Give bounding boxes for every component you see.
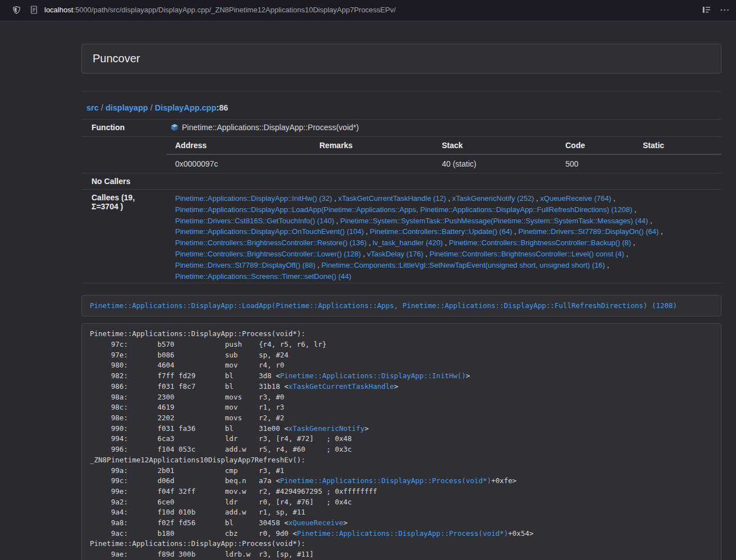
callee-link[interactable]: lv_task_handler (420) (373, 238, 443, 247)
browser-toolbar: localhost:5000/path/src/displayapp/Displ… (0, 0, 736, 20)
function-name: Pinetime::Applications::DisplayApp::Proc… (182, 123, 359, 132)
breadcrumb-line-number: :86 (216, 103, 228, 112)
callee-link[interactable]: Pinetime::Controllers::BrightnessControl… (449, 238, 631, 247)
function-cell: Pinetime::Applications::DisplayApp::Proc… (166, 120, 721, 137)
static-value (634, 154, 721, 173)
symbol-table: Function Pinetime::Applications::Display… (81, 119, 721, 283)
callee-link[interactable]: Pinetime::Controllers::BrightnessControl… (429, 250, 624, 258)
callee-link[interactable]: Pinetime::Applications::Screens::Timer::… (175, 272, 351, 281)
callers-cell (166, 173, 721, 190)
url-domain: localhost (44, 6, 73, 14)
url-bar[interactable]: localhost:5000/path/src/displayapp/Displ… (44, 6, 694, 14)
remarks-value (310, 154, 433, 173)
no-callers-label: No Callers (81, 173, 166, 190)
callee-link[interactable]: Pinetime::Controllers::BrightnessControl… (175, 238, 367, 247)
callees-label: Callees (19, Σ=3704 ) (81, 190, 166, 283)
disassembly-symbol-link[interactable]: xQueueReceive (289, 518, 344, 527)
callee-link[interactable]: Pinetime::Drivers::St7789::DisplayOff() … (175, 261, 316, 269)
page-info-icon[interactable] (30, 6, 38, 14)
callee-link[interactable]: Pinetime::System::SystemTask::PushMessag… (340, 217, 648, 225)
callee-link[interactable]: xTaskGetCurrentTaskHandle (12) (338, 194, 446, 203)
disassembly-code: Pinetime::Applications::DisplayApp::Proc… (81, 323, 721, 560)
callee-link[interactable]: Pinetime::Drivers::Cst816S::GetTouchInfo… (175, 217, 334, 225)
page-container: Puncover src / displayapp / DisplayApp.c… (81, 44, 721, 560)
menu-icon[interactable]: ⋯ (720, 5, 729, 15)
page-header: Puncover (81, 44, 721, 74)
column-header-remarks: Remarks (310, 137, 433, 154)
callee-link[interactable]: Pinetime::Drivers::St7789::DisplayOn() (… (518, 227, 659, 236)
details-table: Address Remarks Stack Code Static 0x0000… (166, 137, 721, 173)
callee-link[interactable]: xQueueReceive (764) (540, 194, 611, 203)
column-header-static: Static (634, 137, 721, 154)
column-header-code: Code (556, 137, 634, 154)
breadcrumb-separator: / (99, 103, 106, 112)
details-value-row: 0x0000097c 40 (static) 500 (166, 154, 721, 173)
callee-link[interactable]: Pinetime::Applications::DisplayApp::Load… (175, 205, 632, 214)
function-icon (171, 123, 179, 133)
callee-link[interactable]: Pinetime::Controllers::BrightnessControl… (175, 250, 361, 258)
table-row-details: Address Remarks Stack Code Static 0x0000… (81, 137, 721, 173)
highlighted-symbol-link[interactable]: Pinetime::Applications::DisplayApp::Load… (90, 301, 677, 310)
code-value: 500 (556, 154, 634, 173)
disassembly-symbol-link[interactable]: xTaskGenericNotify (289, 424, 364, 433)
function-label: Function (81, 120, 166, 137)
callee-link[interactable]: Pinetime::Applications::DisplayApp::OnTo… (175, 227, 364, 236)
address-value: 0x0000097c (166, 154, 310, 173)
callee-link[interactable]: Pinetime::Applications::DisplayApp::Init… (175, 194, 332, 203)
disassembly-symbol-link[interactable]: Pinetime::Applications::DisplayApp::Init… (280, 371, 466, 380)
empty-label-cell (81, 137, 166, 173)
breadcrumb-separator: / (148, 103, 155, 112)
details-header-row: Address Remarks Stack Code Static (166, 137, 721, 154)
column-header-stack: Stack (433, 137, 556, 154)
column-header-address: Address (166, 137, 310, 154)
url-path: :5000/path/src/displayapp/DisplayApp.cpp… (73, 6, 396, 14)
breadcrumb: src / displayapp / DisplayApp.cpp:86 (81, 103, 721, 112)
breadcrumb-link[interactable]: src (86, 103, 99, 112)
disassembly-symbol-link[interactable]: Pinetime::Applications::DisplayApp::Proc… (280, 476, 491, 485)
shield-icon[interactable] (12, 6, 21, 15)
callee-link[interactable]: vTaskDelay (176) (367, 250, 423, 258)
highlighted-symbol-panel: Pinetime::Applications::DisplayApp::Load… (81, 295, 721, 316)
callee-link[interactable]: Pinetime::Controllers::Battery::Update()… (370, 227, 513, 236)
details-cell: Address Remarks Stack Code Static 0x0000… (166, 137, 721, 173)
disassembly-symbol-link[interactable]: xTaskGetCurrentTaskHandle (289, 382, 394, 391)
breadcrumb-link[interactable]: displayapp (106, 103, 148, 112)
reader-view-icon[interactable] (702, 6, 711, 13)
callees-list: Pinetime::Applications::DisplayApp::Init… (166, 190, 721, 283)
callee-link[interactable]: Pinetime::Components::LittleVgl::SetNewT… (322, 261, 605, 269)
disassembly-symbol-link[interactable]: Pinetime::Applications::DisplayApp::Proc… (297, 529, 508, 538)
table-row-callers: No Callers (81, 173, 721, 190)
divider (81, 91, 721, 91)
breadcrumb-link[interactable]: DisplayApp.cpp (155, 103, 217, 112)
page-title: Puncover (93, 52, 710, 65)
callee-link[interactable]: xTaskGenericNotify (252) (452, 194, 534, 203)
stack-value: 40 (static) (433, 154, 556, 173)
table-row-callees: Callees (19, Σ=3704 ) Pinetime::Applicat… (81, 190, 721, 283)
table-row-function: Function Pinetime::Applications::Display… (81, 120, 721, 137)
